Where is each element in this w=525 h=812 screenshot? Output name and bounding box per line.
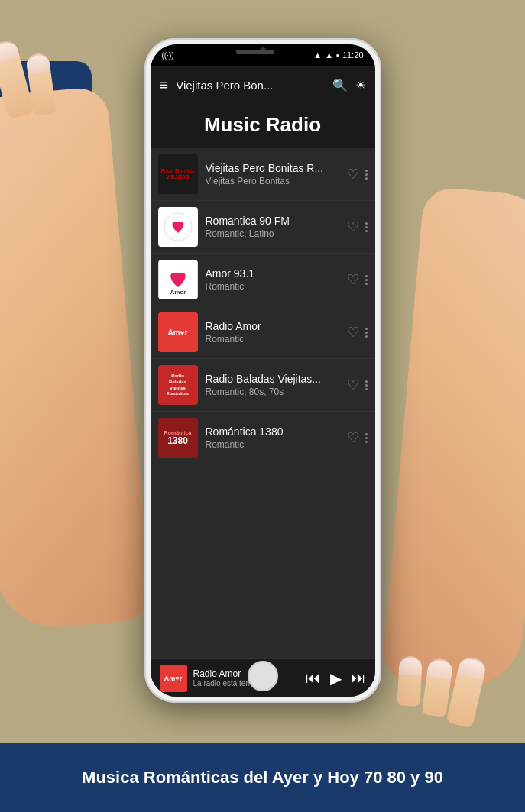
radio-list: Poco Bonitas VIEJITAS Viejitas Pero Boni…: [151, 148, 375, 658]
app-bar: ≡ Viejitas Pero Bon... 🔍 ☀: [151, 66, 375, 104]
station-logo-3: Amor: [158, 260, 198, 299]
screen-title: Music Radio: [151, 113, 375, 137]
station-info-5: Radio Baladas Viejitas... Romantic, 80s,…: [206, 373, 339, 397]
station-info-6: Romántica 1380 Romantic: [206, 425, 339, 450]
station-name-4: Radio Amor: [206, 320, 339, 332]
menu-icon[interactable]: ≡: [160, 76, 169, 94]
station-logo-4: Am♥r: [158, 312, 198, 352]
search-icon[interactable]: 🔍: [332, 78, 348, 92]
home-button[interactable]: [248, 661, 278, 691]
station-name-1: Viejitas Pero Bonitas R...: [206, 162, 339, 174]
more-icon-4[interactable]: [365, 328, 368, 338]
bottom-banner: Musica Románticas del Ayer y Hoy 70 80 y…: [0, 743, 525, 812]
player-controls: ⏮ ▶ ⏭: [306, 669, 366, 687]
station-genre-6: Romantic: [206, 439, 339, 450]
radio-wave-icon: ((·)): [162, 51, 174, 60]
signal-icon: ▲: [313, 50, 322, 60]
station-genre-4: Romantic: [206, 334, 339, 345]
station-logo-1: Poco Bonitas VIEJITAS: [158, 154, 198, 194]
station-name-3: Amor 93.1: [206, 267, 339, 280]
station-info-1: Viejitas Pero Bonitas R... Viejitas Pero…: [206, 162, 339, 186]
more-icon-5[interactable]: [365, 380, 368, 390]
station-info-2: Romantica 90 FM Romantic, Latino: [206, 215, 339, 239]
play-button[interactable]: ▶: [330, 669, 342, 687]
more-icon-2[interactable]: [365, 222, 368, 232]
station-logo-6: Romántica 1380: [158, 418, 198, 458]
player-status: La radio esta terminada: [193, 679, 300, 687]
screen-title-area: Music Radio: [151, 104, 375, 148]
app-bar-title: Viejitas Pero Bon...: [176, 79, 324, 92]
list-item[interactable]: Amor Amor 93.1 Romantic ♡: [151, 254, 375, 306]
favorite-icon-6[interactable]: ♡: [347, 429, 359, 446]
more-icon-1[interactable]: [365, 170, 368, 180]
station-info-3: Amor 93.1 Romantic: [206, 267, 339, 292]
station-name-2: Romantica 90 FM: [206, 215, 339, 227]
favorite-icon-5[interactable]: ♡: [347, 377, 359, 393]
list-item[interactable]: Am♥r Radio Amor Romantic ♡: [151, 306, 375, 359]
player-station-name: Radio Amor: [193, 668, 300, 679]
station-logo-2: [158, 207, 198, 247]
station-genre-3: Romantic: [206, 281, 339, 292]
wifi-icon: ▲: [325, 50, 333, 60]
player-info: Radio Amor La radio esta terminada: [193, 668, 300, 687]
speaker: [236, 50, 274, 54]
favorite-icon-3[interactable]: ♡: [347, 271, 359, 288]
next-button[interactable]: ⏭: [351, 669, 366, 687]
more-icon-3[interactable]: [365, 275, 368, 285]
phone: ((·)) ▲ ▲ ▪ 11:20 ≡ Viejitas Pero Bon...…: [144, 38, 381, 703]
svg-text:Amor: Amor: [170, 289, 186, 296]
prev-button[interactable]: ⏮: [306, 669, 321, 687]
list-item[interactable]: Romántica 1380 Romántica 1380 Romantic ♡: [151, 412, 375, 464]
station-genre-5: Romantic, 80s, 70s: [206, 387, 339, 397]
station-name-6: Romántica 1380: [206, 425, 339, 438]
player-thumbnail: Am♥r: [160, 665, 187, 692]
favorite-icon-4[interactable]: ♡: [347, 324, 359, 341]
list-item[interactable]: Romantica 90 FM Romantic, Latino ♡: [151, 201, 375, 254]
favorite-icon-2[interactable]: ♡: [347, 218, 359, 235]
bottom-banner-text: Musica Románticas del Ayer y Hoy 70 80 y…: [66, 768, 459, 788]
favorite-icon-1[interactable]: ♡: [347, 166, 359, 183]
station-logo-5: Radio Baladas Viejitas Románticas: [158, 365, 198, 405]
station-genre-1: Viejitas Pero Bonitas: [206, 176, 339, 186]
station-info-4: Radio Amor Romantic: [206, 320, 339, 345]
station-genre-2: Romantic, Latino: [206, 228, 339, 239]
list-item[interactable]: Poco Bonitas VIEJITAS Viejitas Pero Boni…: [151, 148, 375, 201]
station-name-5: Radio Baladas Viejitas...: [206, 373, 339, 385]
brightness-icon[interactable]: ☀: [355, 78, 366, 92]
more-icon-6[interactable]: [365, 433, 368, 443]
list-item[interactable]: Radio Baladas Viejitas Románticas Radio …: [151, 359, 375, 412]
battery-icon: ▪: [336, 50, 339, 60]
time-display: 11:20: [342, 50, 364, 60]
